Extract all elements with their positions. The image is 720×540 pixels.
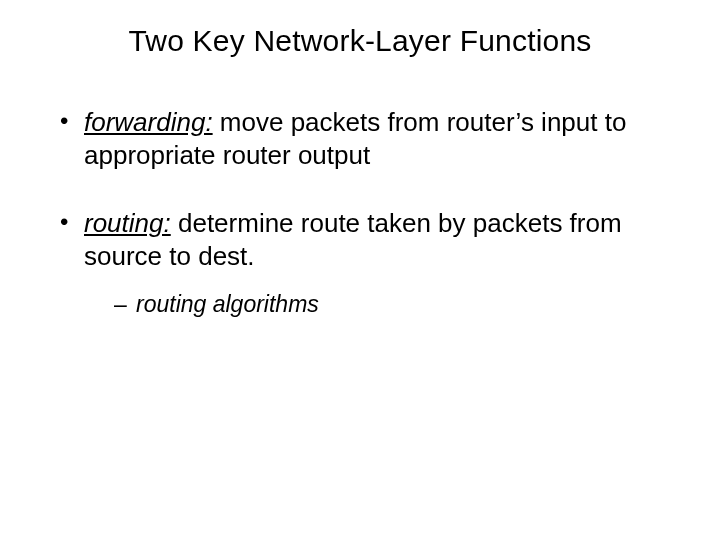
sub-bullet-routing-algorithms: routing algorithms (114, 290, 680, 319)
sub-bullet-list: routing algorithms (114, 290, 680, 319)
bullet-list: forwarding: move packets from router’s i… (60, 106, 680, 319)
slide-title: Two Key Network-Layer Functions (40, 24, 680, 58)
term-routing: routing: (84, 208, 171, 238)
term-forwarding: forwarding: (84, 107, 213, 137)
slide: Two Key Network-Layer Functions forwardi… (0, 0, 720, 540)
bullet-item-routing: routing: determine route taken by packet… (60, 207, 680, 319)
bullet-item-forwarding: forwarding: move packets from router’s i… (60, 106, 680, 171)
